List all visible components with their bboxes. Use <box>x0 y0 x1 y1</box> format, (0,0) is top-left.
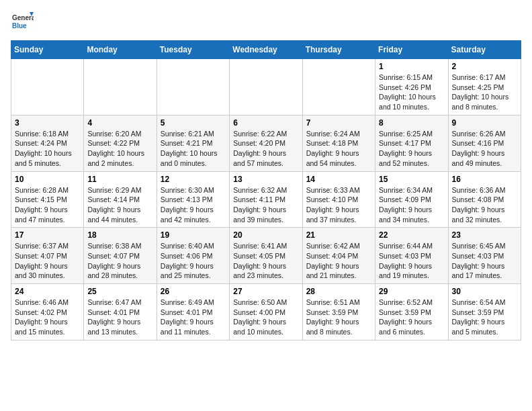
day-number: 10 <box>15 175 80 184</box>
calendar-cell: 6Sunrise: 6:22 AMSunset: 4:20 PMDaylight… <box>230 115 302 171</box>
calendar-cell <box>84 59 157 116</box>
day-number: 7 <box>306 118 371 128</box>
day-info: Sunrise: 6:26 AMSunset: 4:16 PMDaylight:… <box>452 129 517 169</box>
day-info: Sunrise: 6:38 AMSunset: 4:07 PMDaylight:… <box>87 241 152 281</box>
calendar-cell: 21Sunrise: 6:42 AMSunset: 4:04 PMDayligh… <box>302 228 375 284</box>
day-number: 18 <box>87 230 152 240</box>
day-number: 13 <box>233 175 298 184</box>
day-header-monday: Monday <box>84 41 157 59</box>
day-header-sunday: Sunday <box>11 41 84 59</box>
day-info: Sunrise: 6:18 AMSunset: 4:24 PMDaylight:… <box>15 129 80 169</box>
calendar-cell: 8Sunrise: 6:25 AMSunset: 4:17 PMDaylight… <box>375 115 448 171</box>
day-info: Sunrise: 6:46 AMSunset: 4:02 PMDaylight:… <box>15 298 80 337</box>
calendar-week-row: 3Sunrise: 6:18 AMSunset: 4:24 PMDaylight… <box>11 115 521 171</box>
calendar-cell <box>302 59 375 116</box>
day-info: Sunrise: 6:21 AMSunset: 4:21 PMDaylight:… <box>161 129 226 169</box>
calendar-cell: 17Sunrise: 6:37 AMSunset: 4:07 PMDayligh… <box>11 228 84 284</box>
day-number: 16 <box>452 175 517 184</box>
day-number: 19 <box>161 230 226 240</box>
day-info: Sunrise: 6:44 AMSunset: 4:03 PMDaylight:… <box>379 241 444 281</box>
day-info: Sunrise: 6:34 AMSunset: 4:09 PMDaylight:… <box>379 185 444 225</box>
day-info: Sunrise: 6:29 AMSunset: 4:14 PMDaylight:… <box>87 185 152 225</box>
calendar-cell: 29Sunrise: 6:52 AMSunset: 3:59 PMDayligh… <box>375 284 448 340</box>
day-header-friday: Friday <box>375 41 448 59</box>
day-info: Sunrise: 6:41 AMSunset: 4:05 PMDaylight:… <box>233 241 298 281</box>
day-info: Sunrise: 6:33 AMSunset: 4:10 PMDaylight:… <box>306 185 371 225</box>
day-info: Sunrise: 6:54 AMSunset: 3:59 PMDaylight:… <box>452 298 517 337</box>
day-info: Sunrise: 6:45 AMSunset: 4:03 PMDaylight:… <box>452 241 517 281</box>
day-number: 28 <box>306 287 371 296</box>
day-info: Sunrise: 6:32 AMSunset: 4:11 PMDaylight:… <box>233 185 298 225</box>
day-info: Sunrise: 6:52 AMSunset: 3:59 PMDaylight:… <box>379 298 444 337</box>
day-info: Sunrise: 6:15 AMSunset: 4:26 PMDaylight:… <box>379 73 444 112</box>
day-header-saturday: Saturday <box>448 41 521 59</box>
day-info: Sunrise: 6:24 AMSunset: 4:18 PMDaylight:… <box>306 129 371 169</box>
day-info: Sunrise: 6:49 AMSunset: 4:01 PMDaylight:… <box>161 298 226 337</box>
calendar-cell: 19Sunrise: 6:40 AMSunset: 4:06 PMDayligh… <box>157 228 229 284</box>
calendar-cell: 15Sunrise: 6:34 AMSunset: 4:09 PMDayligh… <box>375 171 448 228</box>
calendar-week-row: 17Sunrise: 6:37 AMSunset: 4:07 PMDayligh… <box>11 228 521 284</box>
calendar-cell: 25Sunrise: 6:47 AMSunset: 4:01 PMDayligh… <box>84 284 157 340</box>
day-number: 8 <box>379 118 444 128</box>
day-number: 17 <box>15 230 80 240</box>
day-info: Sunrise: 6:22 AMSunset: 4:20 PMDaylight:… <box>233 129 298 169</box>
day-info: Sunrise: 6:37 AMSunset: 4:07 PMDaylight:… <box>15 241 80 281</box>
calendar-week-row: 10Sunrise: 6:28 AMSunset: 4:15 PMDayligh… <box>11 171 521 228</box>
day-number: 1 <box>379 62 444 71</box>
calendar-cell: 11Sunrise: 6:29 AMSunset: 4:14 PMDayligh… <box>84 171 157 228</box>
day-info: Sunrise: 6:28 AMSunset: 4:15 PMDaylight:… <box>15 185 80 225</box>
logo: General Blue <box>11 11 34 34</box>
calendar-cell: 30Sunrise: 6:54 AMSunset: 3:59 PMDayligh… <box>448 284 521 340</box>
calendar-cell: 18Sunrise: 6:38 AMSunset: 4:07 PMDayligh… <box>84 228 157 284</box>
day-number: 2 <box>452 62 517 71</box>
day-number: 30 <box>452 287 517 296</box>
calendar-cell: 5Sunrise: 6:21 AMSunset: 4:21 PMDaylight… <box>157 115 229 171</box>
calendar-table: SundayMondayTuesdayWednesdayThursdayFrid… <box>11 40 521 340</box>
calendar-cell: 2Sunrise: 6:17 AMSunset: 4:25 PMDaylight… <box>448 59 521 116</box>
day-number: 24 <box>15 287 80 296</box>
day-number: 9 <box>452 118 517 128</box>
day-number: 25 <box>87 287 152 296</box>
svg-text:Blue: Blue <box>12 22 27 30</box>
calendar-cell: 24Sunrise: 6:46 AMSunset: 4:02 PMDayligh… <box>11 284 84 340</box>
day-number: 26 <box>161 287 226 296</box>
calendar-cell: 13Sunrise: 6:32 AMSunset: 4:11 PMDayligh… <box>230 171 302 228</box>
calendar-header-row: SundayMondayTuesdayWednesdayThursdayFrid… <box>11 41 521 59</box>
calendar-cell <box>157 59 229 116</box>
calendar-cell: 14Sunrise: 6:33 AMSunset: 4:10 PMDayligh… <box>302 171 375 228</box>
calendar-cell: 22Sunrise: 6:44 AMSunset: 4:03 PMDayligh… <box>375 228 448 284</box>
day-info: Sunrise: 6:25 AMSunset: 4:17 PMDaylight:… <box>379 129 444 169</box>
page-header: General Blue <box>11 11 521 34</box>
day-info: Sunrise: 6:17 AMSunset: 4:25 PMDaylight:… <box>452 73 517 112</box>
day-number: 6 <box>233 118 298 128</box>
day-number: 3 <box>15 118 80 128</box>
calendar-week-row: 24Sunrise: 6:46 AMSunset: 4:02 PMDayligh… <box>11 284 521 340</box>
calendar-cell: 16Sunrise: 6:36 AMSunset: 4:08 PMDayligh… <box>448 171 521 228</box>
logo-svg-icon: General Blue <box>11 11 34 34</box>
calendar-cell: 20Sunrise: 6:41 AMSunset: 4:05 PMDayligh… <box>230 228 302 284</box>
calendar-cell: 10Sunrise: 6:28 AMSunset: 4:15 PMDayligh… <box>11 171 84 228</box>
calendar-cell <box>11 59 84 116</box>
day-header-thursday: Thursday <box>302 41 375 59</box>
day-number: 14 <box>306 175 371 184</box>
day-number: 22 <box>379 230 444 240</box>
calendar-cell <box>230 59 302 116</box>
calendar-cell: 12Sunrise: 6:30 AMSunset: 4:13 PMDayligh… <box>157 171 229 228</box>
day-number: 23 <box>452 230 517 240</box>
day-number: 11 <box>87 175 152 184</box>
svg-text:General: General <box>12 14 34 21</box>
day-info: Sunrise: 6:30 AMSunset: 4:13 PMDaylight:… <box>161 185 226 225</box>
day-info: Sunrise: 6:20 AMSunset: 4:22 PMDaylight:… <box>87 129 152 169</box>
calendar-cell: 3Sunrise: 6:18 AMSunset: 4:24 PMDaylight… <box>11 115 84 171</box>
calendar-cell: 26Sunrise: 6:49 AMSunset: 4:01 PMDayligh… <box>157 284 229 340</box>
day-info: Sunrise: 6:42 AMSunset: 4:04 PMDaylight:… <box>306 241 371 281</box>
day-info: Sunrise: 6:36 AMSunset: 4:08 PMDaylight:… <box>452 185 517 225</box>
day-info: Sunrise: 6:50 AMSunset: 4:00 PMDaylight:… <box>233 298 298 337</box>
day-number: 20 <box>233 230 298 240</box>
calendar-cell: 23Sunrise: 6:45 AMSunset: 4:03 PMDayligh… <box>448 228 521 284</box>
calendar-cell: 27Sunrise: 6:50 AMSunset: 4:00 PMDayligh… <box>230 284 302 340</box>
day-number: 27 <box>233 287 298 296</box>
calendar-cell: 1Sunrise: 6:15 AMSunset: 4:26 PMDaylight… <box>375 59 448 116</box>
calendar-cell: 4Sunrise: 6:20 AMSunset: 4:22 PMDaylight… <box>84 115 157 171</box>
day-number: 29 <box>379 287 444 296</box>
